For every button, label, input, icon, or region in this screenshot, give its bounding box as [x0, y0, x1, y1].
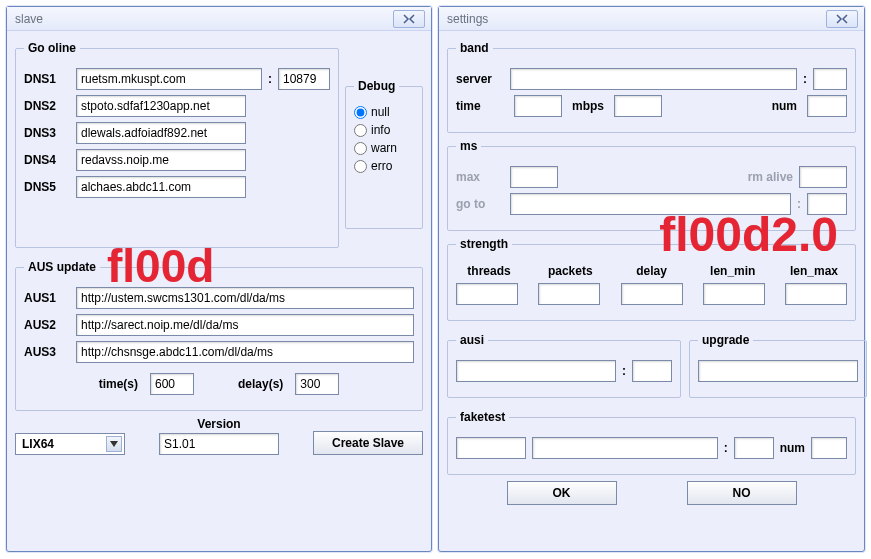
dns3-label: DNS3: [24, 126, 70, 140]
settings-titlebar: settings: [439, 7, 864, 31]
slave-title: slave: [15, 12, 43, 26]
server-label: server: [456, 72, 504, 86]
port-input[interactable]: [278, 68, 330, 90]
server-sep: :: [803, 72, 807, 86]
strength-group: strength threads packets delay len_min l…: [447, 237, 856, 321]
port-sep: :: [268, 72, 272, 86]
band-legend: band: [456, 41, 493, 55]
faketest-b-input[interactable]: [532, 437, 718, 459]
packets-input[interactable]: [538, 283, 600, 305]
dns2-input[interactable]: [76, 95, 246, 117]
slave-window: slave Go oline DNS1 : DNS2 DNS3: [6, 6, 432, 552]
aus3-input[interactable]: [76, 341, 414, 363]
aus-delay-label: delay(s): [238, 377, 283, 391]
server-input[interactable]: [510, 68, 797, 90]
col-lenmin: len_min: [700, 264, 766, 278]
time-label: time: [456, 99, 504, 113]
band-group: band server : time mbps num: [447, 41, 856, 133]
debug-group: Debug null info warn erro: [345, 79, 423, 229]
arch-value: LIX64: [22, 437, 54, 451]
version-label: Version: [197, 417, 240, 431]
max-input[interactable]: [510, 166, 558, 188]
settings-title: settings: [447, 12, 488, 26]
col-delay: delay: [619, 264, 685, 278]
ms-group: ms max rm alive go to :: [447, 139, 856, 231]
ausi-sep: :: [622, 364, 626, 378]
slave-titlebar: slave: [7, 7, 431, 31]
strength-legend: strength: [456, 237, 512, 251]
chevron-down-icon: [106, 436, 122, 452]
faketest-num-label: num: [780, 441, 805, 455]
goto-port-input[interactable]: [807, 193, 847, 215]
aus-legend: AUS update: [24, 260, 100, 274]
create-slave-button[interactable]: Create Slave: [313, 431, 423, 455]
goto-input[interactable]: [510, 193, 791, 215]
settings-window: settings band server : time mbps num: [438, 6, 865, 552]
dns5-label: DNS5: [24, 180, 70, 194]
delay-input[interactable]: [621, 283, 683, 305]
debug-option-null[interactable]: null: [354, 105, 414, 119]
mbps-input[interactable]: [614, 95, 662, 117]
num-label: num: [772, 99, 797, 113]
aus3-label: AUS3: [24, 345, 70, 359]
close-icon[interactable]: [826, 10, 858, 28]
aus-time-label: time(s): [99, 377, 138, 391]
ms-legend: ms: [456, 139, 481, 153]
rm-alive-label: rm alive: [748, 170, 793, 184]
ausi-legend: ausi: [456, 333, 488, 347]
lenmax-input[interactable]: [785, 283, 847, 305]
dns3-input[interactable]: [76, 122, 246, 144]
debug-option-info[interactable]: info: [354, 123, 414, 137]
aus2-input[interactable]: [76, 314, 414, 336]
dns2-label: DNS2: [24, 99, 70, 113]
time-input[interactable]: [514, 95, 562, 117]
upgrade-legend: upgrade: [698, 333, 753, 347]
go-online-group: Go oline DNS1 : DNS2 DNS3 DNS4: [15, 41, 339, 248]
col-threads: threads: [456, 264, 522, 278]
goto-sep: :: [797, 197, 801, 211]
dns1-label: DNS1: [24, 72, 70, 86]
dns4-input[interactable]: [76, 149, 246, 171]
upgrade-input[interactable]: [698, 360, 858, 382]
ausi-group: ausi :: [447, 333, 681, 398]
dns4-label: DNS4: [24, 153, 70, 167]
aus-update-group: AUS update AUS1 AUS2 AUS3 time(s) delay(…: [15, 260, 423, 411]
version-input[interactable]: [159, 433, 279, 455]
goto-label: go to: [456, 197, 504, 211]
aus1-label: AUS1: [24, 291, 70, 305]
col-lenmax: len_max: [781, 264, 847, 278]
go-online-legend: Go oline: [24, 41, 80, 55]
debug-option-warn[interactable]: warn: [354, 141, 414, 155]
faketest-legend: faketest: [456, 410, 509, 424]
num-input[interactable]: [807, 95, 847, 117]
close-icon[interactable]: [393, 10, 425, 28]
mbps-label: mbps: [572, 99, 604, 113]
ausi-port-input[interactable]: [632, 360, 672, 382]
max-label: max: [456, 170, 504, 184]
faketest-num-input[interactable]: [811, 437, 847, 459]
ausi-host-input[interactable]: [456, 360, 616, 382]
dns5-input[interactable]: [76, 176, 246, 198]
server-port-input[interactable]: [813, 68, 847, 90]
faketest-group: faketest : num: [447, 410, 856, 475]
faketest-sep: :: [724, 441, 728, 455]
col-packets: packets: [537, 264, 603, 278]
lenmin-input[interactable]: [703, 283, 765, 305]
rm-alive-input[interactable]: [799, 166, 847, 188]
dns1-input[interactable]: [76, 68, 262, 90]
faketest-a-input[interactable]: [456, 437, 526, 459]
faketest-port-input[interactable]: [734, 437, 774, 459]
ok-button[interactable]: OK: [507, 481, 617, 505]
aus-delay-input[interactable]: [295, 373, 339, 395]
threads-input[interactable]: [456, 283, 518, 305]
debug-legend: Debug: [354, 79, 399, 93]
aus-time-input[interactable]: [150, 373, 194, 395]
debug-option-erro[interactable]: erro: [354, 159, 414, 173]
arch-select[interactable]: LIX64: [15, 433, 125, 455]
upgrade-group: upgrade: [689, 333, 867, 398]
no-button[interactable]: NO: [687, 481, 797, 505]
aus1-input[interactable]: [76, 287, 414, 309]
aus2-label: AUS2: [24, 318, 70, 332]
